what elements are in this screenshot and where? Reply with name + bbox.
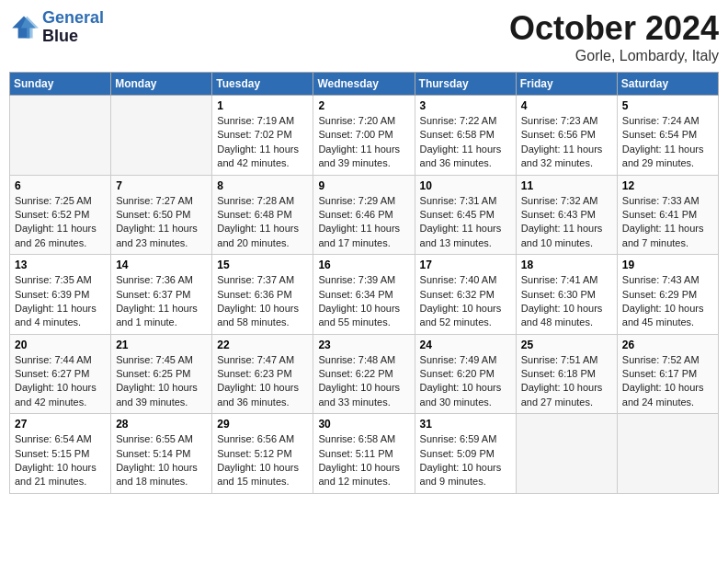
calendar-day-cell: 13Sunrise: 7:35 AMSunset: 6:39 PMDayligh… bbox=[10, 255, 111, 335]
month-title: October 2024 bbox=[509, 9, 719, 48]
page-header: GeneralBlue October 2024 Gorle, Lombardy… bbox=[9, 9, 719, 64]
calendar-day-cell bbox=[111, 96, 212, 176]
location: Gorle, Lombardy, Italy bbox=[509, 48, 719, 64]
day-number: 11 bbox=[521, 179, 612, 192]
calendar-week-row: 20Sunrise: 7:44 AMSunset: 6:27 PMDayligh… bbox=[10, 334, 719, 414]
calendar-day-cell: 4Sunrise: 7:23 AMSunset: 6:56 PMDaylight… bbox=[516, 96, 617, 176]
day-number: 13 bbox=[15, 259, 106, 271]
day-number: 9 bbox=[318, 179, 409, 192]
day-number: 1 bbox=[217, 99, 308, 112]
day-number: 31 bbox=[420, 418, 511, 431]
calendar-day-cell: 20Sunrise: 7:44 AMSunset: 6:27 PMDayligh… bbox=[10, 334, 111, 414]
day-number: 25 bbox=[521, 339, 612, 351]
day-info: Sunrise: 6:59 AMSunset: 5:09 PMDaylight:… bbox=[420, 432, 511, 489]
day-info: Sunrise: 7:39 AMSunset: 6:34 PMDaylight:… bbox=[318, 273, 409, 330]
weekday-header: Monday bbox=[111, 73, 212, 96]
calendar-day-cell: 22Sunrise: 7:47 AMSunset: 6:23 PMDayligh… bbox=[212, 334, 313, 414]
day-info: Sunrise: 6:56 AMSunset: 5:12 PMDaylight:… bbox=[217, 432, 308, 489]
day-number: 26 bbox=[622, 339, 713, 351]
day-info: Sunrise: 7:23 AMSunset: 6:56 PMDaylight:… bbox=[521, 114, 612, 171]
calendar-day-cell: 8Sunrise: 7:28 AMSunset: 6:48 PMDaylight… bbox=[212, 175, 313, 255]
title-block: October 2024 Gorle, Lombardy, Italy bbox=[509, 9, 719, 64]
day-number: 4 bbox=[521, 99, 612, 112]
day-info: Sunrise: 7:24 AMSunset: 6:54 PMDaylight:… bbox=[622, 114, 713, 171]
day-number: 6 bbox=[15, 179, 106, 192]
day-info: Sunrise: 7:22 AMSunset: 6:58 PMDaylight:… bbox=[420, 114, 511, 171]
calendar-day-cell: 28Sunrise: 6:55 AMSunset: 5:14 PMDayligh… bbox=[111, 414, 212, 494]
day-number: 3 bbox=[420, 99, 511, 112]
calendar-day-cell: 25Sunrise: 7:51 AMSunset: 6:18 PMDayligh… bbox=[516, 334, 617, 414]
calendar-day-cell bbox=[516, 414, 617, 494]
day-number: 7 bbox=[116, 179, 207, 192]
calendar-day-cell: 10Sunrise: 7:31 AMSunset: 6:45 PMDayligh… bbox=[415, 175, 516, 255]
calendar-week-row: 1Sunrise: 7:19 AMSunset: 7:02 PMDaylight… bbox=[10, 96, 719, 176]
day-number: 2 bbox=[318, 99, 409, 112]
calendar-table: SundayMondayTuesdayWednesdayThursdayFrid… bbox=[9, 72, 719, 494]
day-number: 22 bbox=[217, 339, 308, 351]
calendar-day-cell: 2Sunrise: 7:20 AMSunset: 7:00 PMDaylight… bbox=[313, 96, 415, 176]
day-number: 24 bbox=[420, 339, 511, 351]
day-info: Sunrise: 7:41 AMSunset: 6:30 PMDaylight:… bbox=[521, 273, 612, 330]
calendar-day-cell: 30Sunrise: 6:58 AMSunset: 5:11 PMDayligh… bbox=[313, 414, 415, 494]
calendar-day-cell: 7Sunrise: 7:27 AMSunset: 6:50 PMDaylight… bbox=[111, 175, 212, 255]
day-info: Sunrise: 7:28 AMSunset: 6:48 PMDaylight:… bbox=[217, 194, 308, 251]
day-number: 8 bbox=[217, 179, 308, 192]
weekday-header: Thursday bbox=[415, 73, 516, 96]
day-number: 21 bbox=[116, 339, 207, 351]
logo-text: GeneralBlue bbox=[42, 9, 104, 46]
day-number: 12 bbox=[622, 179, 713, 192]
day-info: Sunrise: 7:27 AMSunset: 6:50 PMDaylight:… bbox=[116, 194, 207, 251]
day-number: 15 bbox=[217, 259, 308, 271]
calendar-week-row: 27Sunrise: 6:54 AMSunset: 5:15 PMDayligh… bbox=[10, 414, 719, 494]
calendar-day-cell: 11Sunrise: 7:32 AMSunset: 6:43 PMDayligh… bbox=[516, 175, 617, 255]
day-number: 18 bbox=[521, 259, 612, 271]
calendar-week-row: 6Sunrise: 7:25 AMSunset: 6:52 PMDaylight… bbox=[10, 175, 719, 255]
day-info: Sunrise: 7:43 AMSunset: 6:29 PMDaylight:… bbox=[622, 273, 713, 330]
weekday-header-row: SundayMondayTuesdayWednesdayThursdayFrid… bbox=[10, 73, 719, 96]
day-info: Sunrise: 7:29 AMSunset: 6:46 PMDaylight:… bbox=[318, 194, 409, 251]
calendar-day-cell: 31Sunrise: 6:59 AMSunset: 5:09 PMDayligh… bbox=[415, 414, 516, 494]
calendar-day-cell: 26Sunrise: 7:52 AMSunset: 6:17 PMDayligh… bbox=[617, 334, 718, 414]
day-info: Sunrise: 6:54 AMSunset: 5:15 PMDaylight:… bbox=[15, 432, 106, 489]
day-number: 5 bbox=[622, 99, 713, 112]
weekday-header: Saturday bbox=[617, 73, 718, 96]
calendar-day-cell: 24Sunrise: 7:49 AMSunset: 6:20 PMDayligh… bbox=[415, 334, 516, 414]
day-number: 30 bbox=[318, 418, 409, 431]
day-info: Sunrise: 7:36 AMSunset: 6:37 PMDaylight:… bbox=[116, 273, 207, 330]
calendar-day-cell: 16Sunrise: 7:39 AMSunset: 6:34 PMDayligh… bbox=[313, 255, 415, 335]
calendar-day-cell: 14Sunrise: 7:36 AMSunset: 6:37 PMDayligh… bbox=[111, 255, 212, 335]
day-info: Sunrise: 7:32 AMSunset: 6:43 PMDaylight:… bbox=[521, 194, 612, 251]
calendar-day-cell: 27Sunrise: 6:54 AMSunset: 5:15 PMDayligh… bbox=[10, 414, 111, 494]
calendar-day-cell: 17Sunrise: 7:40 AMSunset: 6:32 PMDayligh… bbox=[415, 255, 516, 335]
calendar-day-cell: 12Sunrise: 7:33 AMSunset: 6:41 PMDayligh… bbox=[617, 175, 718, 255]
day-number: 19 bbox=[622, 259, 713, 271]
day-info: Sunrise: 7:45 AMSunset: 6:25 PMDaylight:… bbox=[116, 353, 207, 410]
calendar-day-cell: 5Sunrise: 7:24 AMSunset: 6:54 PMDaylight… bbox=[617, 96, 718, 176]
day-number: 16 bbox=[318, 259, 409, 271]
day-info: Sunrise: 7:51 AMSunset: 6:18 PMDaylight:… bbox=[521, 353, 612, 410]
day-info: Sunrise: 7:25 AMSunset: 6:52 PMDaylight:… bbox=[15, 194, 106, 251]
day-info: Sunrise: 6:55 AMSunset: 5:14 PMDaylight:… bbox=[116, 432, 207, 489]
day-number: 29 bbox=[217, 418, 308, 431]
day-info: Sunrise: 7:20 AMSunset: 7:00 PMDaylight:… bbox=[318, 114, 409, 171]
calendar-day-cell bbox=[617, 414, 718, 494]
weekday-header: Sunday bbox=[10, 73, 111, 96]
calendar-day-cell: 3Sunrise: 7:22 AMSunset: 6:58 PMDaylight… bbox=[415, 96, 516, 176]
day-info: Sunrise: 7:48 AMSunset: 6:22 PMDaylight:… bbox=[318, 353, 409, 410]
day-info: Sunrise: 7:33 AMSunset: 6:41 PMDaylight:… bbox=[622, 194, 713, 251]
weekday-header: Friday bbox=[516, 73, 617, 96]
calendar-day-cell: 29Sunrise: 6:56 AMSunset: 5:12 PMDayligh… bbox=[212, 414, 313, 494]
day-number: 14 bbox=[116, 259, 207, 271]
day-info: Sunrise: 7:35 AMSunset: 6:39 PMDaylight:… bbox=[15, 273, 106, 330]
logo-icon bbox=[9, 15, 39, 40]
day-info: Sunrise: 7:52 AMSunset: 6:17 PMDaylight:… bbox=[622, 353, 713, 410]
weekday-header: Tuesday bbox=[212, 73, 313, 96]
day-number: 23 bbox=[318, 339, 409, 351]
calendar-day-cell: 1Sunrise: 7:19 AMSunset: 7:02 PMDaylight… bbox=[212, 96, 313, 176]
day-info: Sunrise: 7:44 AMSunset: 6:27 PMDaylight:… bbox=[15, 353, 106, 410]
calendar-day-cell: 9Sunrise: 7:29 AMSunset: 6:46 PMDaylight… bbox=[313, 175, 415, 255]
day-number: 27 bbox=[15, 418, 106, 431]
calendar-day-cell bbox=[10, 96, 111, 176]
calendar-day-cell: 19Sunrise: 7:43 AMSunset: 6:29 PMDayligh… bbox=[617, 255, 718, 335]
day-number: 20 bbox=[15, 339, 106, 351]
